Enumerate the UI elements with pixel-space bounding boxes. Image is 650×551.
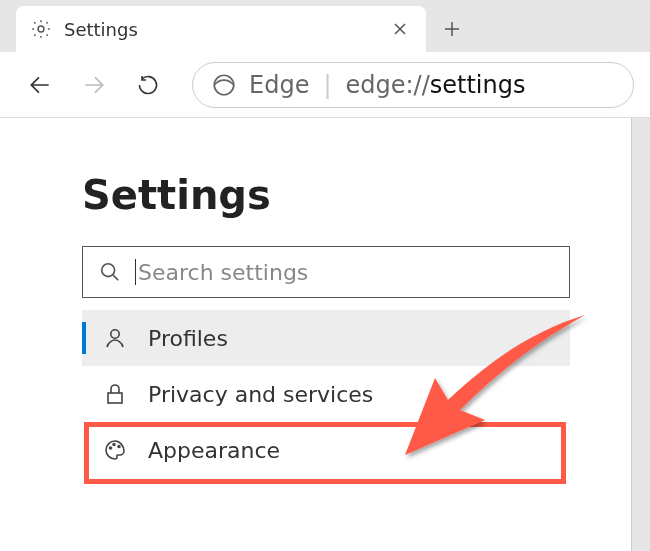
tab-title: Settings <box>64 19 388 40</box>
back-button[interactable] <box>16 61 64 109</box>
svg-point-6 <box>113 444 115 446</box>
svg-point-0 <box>38 26 44 32</box>
settings-page: Settings Profiles Privacy and services A… <box>0 118 632 551</box>
search-icon <box>99 261 121 283</box>
address-url-path: settings <box>430 71 526 99</box>
address-bar[interactable]: Edge | edge://settings <box>192 62 634 108</box>
text-cursor <box>135 259 136 285</box>
nav-label: Profiles <box>148 326 228 351</box>
lock-icon <box>100 382 130 406</box>
close-icon[interactable] <box>388 17 412 41</box>
svg-point-1 <box>214 75 234 95</box>
address-url-scheme: edge:// <box>346 71 430 99</box>
search-input[interactable] <box>138 260 553 285</box>
svg-point-7 <box>118 446 120 448</box>
edge-logo-icon <box>211 72 237 98</box>
palette-icon <box>100 438 130 462</box>
nav-label: Privacy and services <box>148 382 373 407</box>
new-tab-button[interactable] <box>426 6 478 52</box>
address-separator: | <box>323 71 331 99</box>
nav-label: Appearance <box>148 438 280 463</box>
nav-item-profiles[interactable]: Profiles <box>82 310 570 366</box>
refresh-button[interactable] <box>124 61 172 109</box>
gear-icon <box>30 18 52 40</box>
person-icon <box>100 326 130 350</box>
page-title: Settings <box>82 172 631 218</box>
tab-strip: Settings <box>0 0 650 52</box>
svg-point-5 <box>110 447 112 449</box>
nav-item-privacy[interactable]: Privacy and services <box>82 366 570 422</box>
search-settings-box[interactable] <box>82 246 570 298</box>
forward-button[interactable] <box>70 61 118 109</box>
svg-rect-4 <box>108 393 122 403</box>
svg-point-3 <box>111 330 119 338</box>
settings-nav: Profiles Privacy and services Appearance <box>82 310 570 478</box>
tab-settings[interactable]: Settings <box>16 6 426 52</box>
address-brand: Edge <box>249 71 309 99</box>
toolbar: Edge | edge://settings <box>0 52 650 118</box>
nav-item-appearance[interactable]: Appearance <box>82 422 570 478</box>
svg-point-2 <box>102 264 115 277</box>
